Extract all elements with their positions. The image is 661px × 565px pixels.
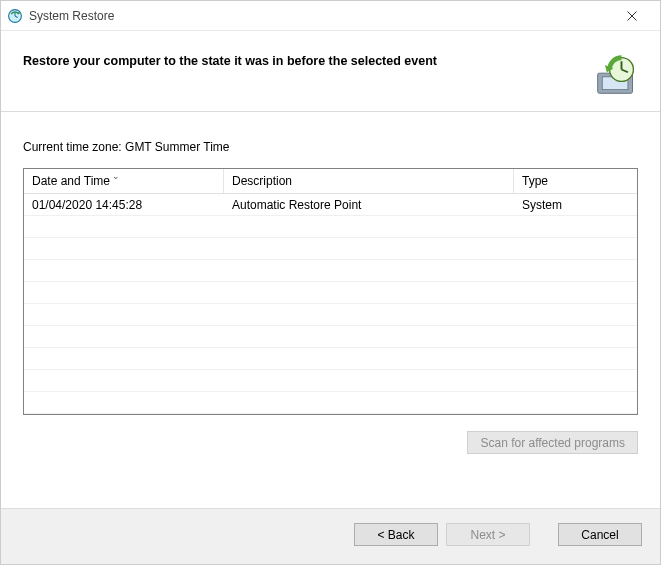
scan-affected-programs-button[interactable]: Scan for affected programs	[467, 431, 638, 454]
table-header: Date and Time ⌄ Description Type	[24, 169, 637, 194]
cancel-button[interactable]: Cancel	[558, 523, 642, 546]
column-header-type[interactable]: Type	[514, 169, 637, 193]
table-row-empty	[24, 282, 637, 304]
table-row[interactable]: 01/04/2020 14:45:28Automatic Restore Poi…	[24, 194, 637, 216]
table-row-empty	[24, 216, 637, 238]
table-row-empty	[24, 260, 637, 282]
table-row-empty	[24, 238, 637, 260]
timezone-label: Current time zone: GMT Summer Time	[23, 140, 638, 154]
table-row-empty	[24, 348, 637, 370]
cell-type: System	[514, 198, 637, 212]
table-row-empty	[24, 304, 637, 326]
page-heading: Restore your computer to the state it wa…	[23, 53, 582, 70]
cell-description: Automatic Restore Point	[224, 198, 514, 212]
window-title: System Restore	[29, 9, 612, 23]
restore-clock-icon	[594, 53, 638, 97]
column-header-description[interactable]: Description	[224, 169, 514, 193]
table-row-empty	[24, 326, 637, 348]
next-button[interactable]: Next >	[446, 523, 530, 546]
wizard-header: Restore your computer to the state it wa…	[1, 31, 660, 112]
system-restore-icon	[7, 8, 23, 24]
cell-datetime: 01/04/2020 14:45:28	[24, 198, 224, 212]
table-row-empty	[24, 370, 637, 392]
wizard-footer: < Back Next > Cancel	[1, 508, 660, 564]
close-button[interactable]	[612, 2, 652, 30]
titlebar: System Restore	[1, 1, 660, 31]
column-header-datetime-label: Date and Time	[32, 174, 110, 188]
back-button[interactable]: < Back	[354, 523, 438, 546]
restore-points-table[interactable]: Date and Time ⌄ Description Type 01/04/2…	[23, 168, 638, 415]
wizard-body: Current time zone: GMT Summer Time Date …	[1, 112, 660, 464]
sort-descending-icon: ⌄	[112, 171, 120, 181]
table-row-empty	[24, 392, 637, 414]
column-header-datetime[interactable]: Date and Time ⌄	[24, 169, 224, 193]
